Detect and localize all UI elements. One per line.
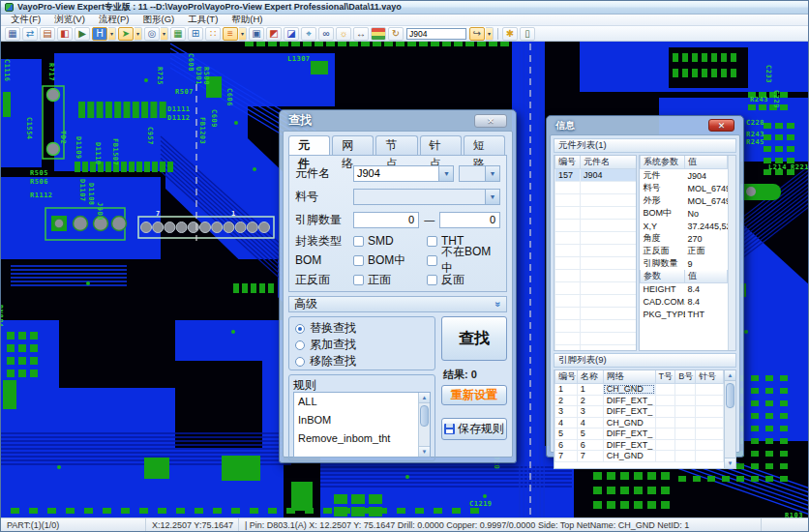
column-header[interactable]: 网络 xyxy=(603,370,655,384)
table-row[interactable]: CAD.COM...8.4 xyxy=(641,296,728,309)
scroll-up-icon[interactable]: ▲ xyxy=(725,370,735,381)
in-bom-checkbox[interactable] xyxy=(353,255,364,266)
close-icon[interactable]: ✕ xyxy=(708,119,734,132)
pin-count-max-input[interactable]: 0 xyxy=(439,212,500,228)
back-checkbox[interactable] xyxy=(427,275,437,285)
refresh-icon[interactable]: ↻ xyxy=(388,27,404,41)
report-icon[interactable]: ▤ xyxy=(40,27,55,41)
measure-icon[interactable]: ↔ xyxy=(353,27,369,41)
table-row[interactable]: 55DIFF_EXT_ xyxy=(555,429,724,440)
pin-count-min-input[interactable]: 0 xyxy=(353,212,419,228)
radio-remove[interactable] xyxy=(295,357,305,367)
save-icon[interactable]: ▦ xyxy=(5,27,20,41)
table-row[interactable]: 44CH_GND xyxy=(555,417,724,429)
menu-tools[interactable]: 工具(T) xyxy=(181,14,225,26)
layer-colors-icon[interactable]: ▤ xyxy=(371,27,386,41)
chevron-down-icon[interactable]: ▾ xyxy=(108,27,116,41)
close-icon[interactable]: ✕ xyxy=(474,114,507,128)
column-header[interactable]: 系统参数 xyxy=(641,156,685,169)
chevron-down-icon[interactable]: ▾ xyxy=(486,27,494,41)
tab-pin[interactable]: 针点 xyxy=(420,135,462,155)
table-row[interactable]: 元件J904 xyxy=(641,169,728,183)
scroll-down-icon[interactable]: ▼ xyxy=(419,446,430,457)
find-dialog-titlebar[interactable]: 查找 ✕ xyxy=(283,110,513,131)
table-row[interactable]: 引脚数量9 xyxy=(641,257,728,270)
film-icon[interactable]: ▶ xyxy=(75,27,90,41)
title-bar[interactable]: VayoPro-View Expert专业版 : 11 --D:\VayoPro… xyxy=(1,1,808,15)
table-row[interactable]: BOM中No xyxy=(641,207,728,220)
chevron-down-icon[interactable]: ▾ xyxy=(135,27,142,41)
grid-icon[interactable]: ▦ xyxy=(170,27,186,41)
component-name-combo[interactable]: J904 ▼ xyxy=(353,165,454,182)
chevron-down-icon[interactable]: ▼ xyxy=(485,190,499,204)
chevron-down-icon[interactable]: ▾ xyxy=(161,27,168,41)
table-row[interactable]: 77CH_GND xyxy=(555,451,724,462)
locate-icon[interactable]: ➤ xyxy=(118,27,134,41)
scroll-thumb[interactable] xyxy=(726,383,734,408)
menu-view[interactable]: 浏览(V) xyxy=(47,14,92,26)
smd-checkbox[interactable] xyxy=(353,236,364,247)
board-icon[interactable]: ▣ xyxy=(249,27,264,41)
table-row[interactable]: 正反面正面 xyxy=(641,245,728,257)
table-row[interactable]: 33DIFF_EXT_ xyxy=(555,406,724,418)
table-row[interactable]: PKG_TYPETHT xyxy=(641,309,728,321)
find-button[interactable]: 查找 xyxy=(441,316,507,361)
radio-accumulate[interactable] xyxy=(295,340,305,350)
column-header[interactable]: 值 xyxy=(685,270,728,283)
column-header[interactable]: T号 xyxy=(655,370,675,384)
zoom-icon[interactable]: ◎ xyxy=(144,27,160,41)
mode-accumulate[interactable]: 累加查找 xyxy=(295,337,429,353)
layers-icon[interactable]: ≡ xyxy=(223,27,238,41)
scroll-up-icon[interactable]: ▲ xyxy=(419,393,430,403)
column-header[interactable]: 值 xyxy=(685,156,728,169)
rules-scrollbar[interactable]: ▲ ▼ xyxy=(418,393,430,457)
component-search-input[interactable] xyxy=(406,28,466,40)
table-row[interactable]: 22DIFF_EXT_ xyxy=(555,395,724,406)
table-row[interactable]: X,Y37.2445,52.9206 xyxy=(641,220,728,232)
column-header[interactable]: B号 xyxy=(675,370,696,384)
column-header[interactable]: 元件名 xyxy=(581,156,637,169)
table-row[interactable]: HEIGHT8.4 xyxy=(641,283,728,296)
save-rules-button[interactable]: 保存规则 xyxy=(441,418,507,440)
double-chevron-icon[interactable]: » xyxy=(494,302,504,308)
tab-component[interactable]: 元件 xyxy=(288,135,330,155)
origin-icon[interactable]: ⌖ xyxy=(301,27,316,41)
reset-button[interactable]: 重新设置 xyxy=(441,385,507,405)
table-row[interactable]: 11CH_GND xyxy=(555,384,724,396)
tab-net[interactable]: 网络 xyxy=(332,135,374,155)
menu-process[interactable]: 流程(P) xyxy=(92,14,136,26)
info-dialog-titlebar[interactable]: 信息 ✕ xyxy=(550,116,740,134)
chevron-down-icon[interactable]: ▼ xyxy=(438,166,453,181)
binoculars-icon[interactable]: ∞ xyxy=(318,27,334,41)
column-header[interactable]: 参数 xyxy=(641,270,685,283)
component-name-suffix-combo[interactable]: ▼ xyxy=(459,165,500,182)
bulb-icon[interactable]: ☼ xyxy=(336,27,351,41)
align-icon[interactable]: ⊞ xyxy=(188,27,203,41)
column-header[interactable]: 针号 xyxy=(695,370,723,384)
menu-help[interactable]: 帮助(H) xyxy=(225,14,269,26)
image-icon[interactable]: ◧ xyxy=(57,27,73,41)
bottom-side-icon[interactable]: ◪ xyxy=(284,27,299,41)
props-scrollbar[interactable] xyxy=(728,156,735,350)
tab-short[interactable]: 短路 xyxy=(464,135,505,155)
scroll-thumb[interactable] xyxy=(420,405,429,427)
chevron-down-icon[interactable]: ▼ xyxy=(485,166,499,181)
top-side-icon[interactable]: ◩ xyxy=(266,27,282,41)
not-in-bom-checkbox[interactable] xyxy=(427,255,437,266)
chevron-down-icon[interactable]: ▾ xyxy=(239,27,247,41)
mode-remove[interactable]: 移除查找 xyxy=(295,353,429,369)
layer-h-button[interactable]: H xyxy=(92,27,107,41)
rule-item[interactable]: InBOM xyxy=(294,411,417,429)
table-row[interactable]: 157J904 xyxy=(555,169,637,182)
front-checkbox[interactable] xyxy=(353,275,364,285)
export-icon[interactable]: ⇄ xyxy=(22,27,38,41)
pin-scrollbar[interactable]: ▲ ▼ xyxy=(724,370,735,468)
column-header[interactable]: 名称 xyxy=(577,370,603,384)
table-row[interactable]: 料号MOL_67491-0017 xyxy=(641,182,728,194)
dots-icon[interactable]: ∷ xyxy=(205,27,221,41)
scroll-down-icon[interactable]: ▼ xyxy=(725,458,735,468)
tab-node[interactable]: 节点 xyxy=(375,135,417,155)
radio-replace[interactable] xyxy=(295,324,305,334)
column-header[interactable]: 编号 xyxy=(555,156,581,169)
table-row[interactable]: 外形MOL_67491-0017 xyxy=(641,194,728,207)
